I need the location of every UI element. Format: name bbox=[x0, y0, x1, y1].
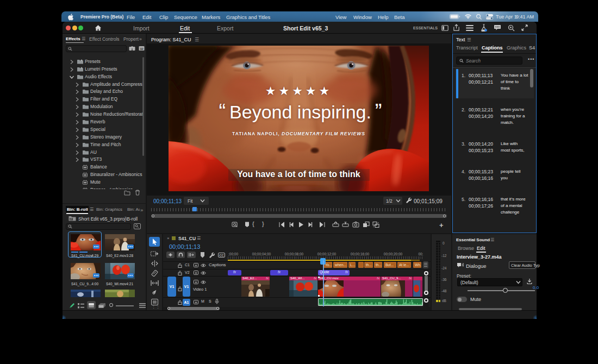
svg-text:32: 32 bbox=[140, 47, 143, 51]
